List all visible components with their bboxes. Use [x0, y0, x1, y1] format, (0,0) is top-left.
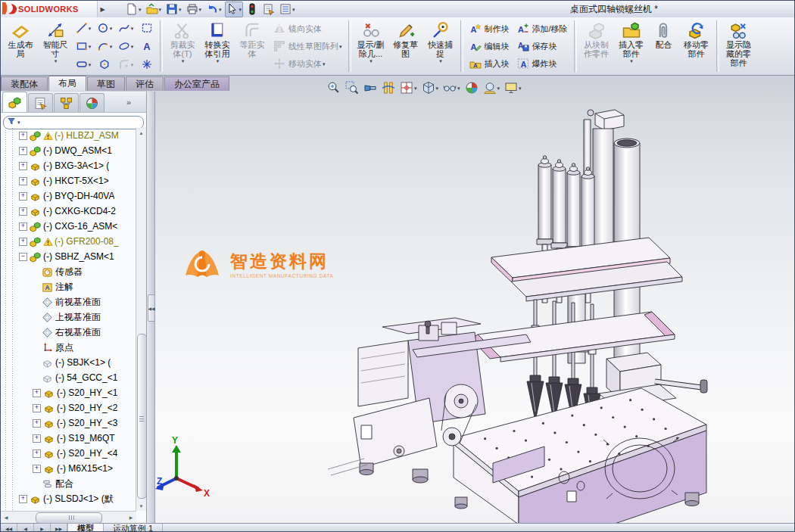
dropdown-caret-icon[interactable]: ▾	[131, 44, 134, 49]
command-tab-4[interactable]: 评估	[126, 76, 164, 91]
zoom-to-area-button[interactable]	[343, 79, 361, 96]
expand-icon[interactable]: +	[33, 389, 41, 397]
print-button[interactable]: ▾	[185, 2, 204, 17]
edit-appearance-button[interactable]	[463, 79, 481, 96]
last-frame-button[interactable]: ▶▶	[51, 524, 67, 532]
make-block-button[interactable]: A制作块	[466, 20, 513, 38]
expand-icon[interactable]: +	[19, 162, 27, 170]
explode-block-button[interactable]: A爆炸块	[513, 55, 572, 73]
dropdown-caret-icon[interactable]: ▾	[497, 86, 500, 91]
expand-icon[interactable]: +	[33, 419, 41, 428]
section-view-button[interactable]	[379, 79, 398, 96]
dropdown-caret-icon[interactable]: ▾	[89, 26, 92, 31]
insert-components-button[interactable]: 插入零部件▾	[614, 18, 649, 74]
expand-icon[interactable]: +	[19, 238, 27, 246]
tree-row[interactable]: 上视基准面	[1, 310, 136, 325]
open-button[interactable]: ▾	[145, 2, 164, 17]
sketch-point-button[interactable]	[136, 55, 157, 73]
insert-block-button[interactable]: A插入块	[466, 55, 513, 73]
dropdown-caret-icon[interactable]: ▾	[219, 7, 222, 12]
assembly-model[interactable]: Y X Z	[155, 76, 795, 523]
tree-row[interactable]: 配合	[1, 476, 136, 491]
repair-sketch-button[interactable]: 修复草图	[388, 18, 423, 74]
next-frame-button[interactable]: ▶	[34, 524, 51, 532]
expand-icon[interactable]: +	[33, 404, 41, 412]
smart-dimension-button[interactable]: 智能尺寸▾	[38, 18, 73, 74]
dropdown-caret-icon[interactable]: ▾	[217, 58, 220, 64]
apply-scene-button[interactable]: ▾	[481, 79, 503, 96]
sketch-circle-button[interactable]: ▾	[94, 19, 115, 37]
sketch-selection-box-button[interactable]	[136, 19, 157, 37]
sketch-arc-button[interactable]: ▾	[94, 37, 115, 55]
dropdown-caret-icon[interactable]: ▾	[131, 62, 134, 67]
mirror-entities-button[interactable]: 镜向实体	[270, 20, 346, 38]
sketch-slot-button[interactable]: ▾	[73, 55, 94, 73]
scroll-down-icon[interactable]: ▼	[136, 501, 146, 511]
scroll-left-icon[interactable]: ◀	[1, 512, 11, 523]
motion-study-tab[interactable]: 运动算例 1	[104, 524, 163, 532]
expand-icon[interactable]: +	[33, 434, 41, 443]
dropdown-caret-icon[interactable]: ▾	[323, 61, 326, 67]
tree-row[interactable]: +(-) M6X15<1>	[1, 461, 136, 476]
view-settings-button[interactable]: ▾	[502, 79, 524, 96]
sketch-ellipse-button[interactable]: ▾	[115, 37, 136, 55]
tree-row[interactable]: +(-) BYQ-DH-40VA	[1, 188, 136, 204]
tree-horizontal-scrollbar[interactable]: ◀ ▶	[1, 511, 136, 523]
first-frame-button[interactable]: ◀◀	[1, 524, 17, 532]
dropdown-caret-icon[interactable]: ▾	[110, 26, 113, 31]
add-remove-button[interactable]: A添加/移除	[513, 20, 572, 38]
save-block-button[interactable]: A保存块	[513, 38, 572, 55]
dropdown-caret-icon[interactable]: ▾	[89, 62, 92, 67]
command-tab-5[interactable]: 办公室产品	[164, 76, 229, 91]
tree-row[interactable]: A注解	[1, 279, 136, 294]
options-button[interactable]: ▾	[278, 2, 297, 17]
expand-icon[interactable]: +	[19, 192, 27, 201]
view-orientation-button[interactable]: ▾	[398, 79, 419, 96]
tree-filter-input[interactable]: ▾	[3, 116, 144, 129]
sketch-text-button[interactable]: A	[136, 37, 157, 55]
tree-row[interactable]: +(-) S19_M6QT	[1, 431, 136, 446]
tree-row[interactable]: +(-) HKCT-5X<1>	[1, 173, 136, 188]
dropdown-caret-icon[interactable]: ▾	[439, 58, 442, 64]
scroll-up-icon[interactable]: ▲	[136, 128, 146, 138]
dropdown-caret-icon[interactable]: ▾	[89, 44, 92, 49]
command-tab-3[interactable]: 草图	[87, 76, 125, 91]
dropdown-caret-icon[interactable]: ▾	[436, 86, 439, 91]
toolbar-flyout-button[interactable]: ▶	[98, 2, 108, 16]
file-properties-button[interactable]	[261, 2, 276, 17]
hide-show-items-button[interactable]: ▾	[441, 79, 463, 96]
vertical-scroll-thumb[interactable]	[137, 334, 147, 499]
tree-row[interactable]: +(-) S20_HY_<3	[1, 415, 136, 431]
tree-row[interactable]: 传感器	[1, 264, 136, 279]
tree-row[interactable]: +(-) SLSDJ<1> (默	[1, 491, 136, 506]
tree-row[interactable]: 右视基准面	[1, 325, 136, 340]
save-button[interactable]: ▾	[164, 2, 183, 17]
sketch-line-button[interactable]: ▾	[73, 19, 94, 37]
quick-snaps-button[interactable]: 快速捕捉▾	[423, 18, 458, 74]
sketch-fillet-button[interactable]: ▾	[115, 55, 136, 73]
tree-row[interactable]: +(-) CXG-16_ASM<	[1, 219, 136, 234]
tree-row[interactable]: 前视基准面	[1, 294, 136, 310]
show-hidden-components-button[interactable]: 显示隐藏的零部件	[722, 18, 756, 74]
horizontal-scroll-thumb[interactable]	[36, 512, 102, 524]
expand-icon[interactable]: +	[19, 207, 27, 216]
edit-block-button[interactable]: A编辑块	[466, 38, 513, 55]
dropdown-caret-icon[interactable]: ▾	[159, 7, 162, 12]
dropdown-caret-icon[interactable]: ▾	[110, 44, 113, 49]
move-entities-button[interactable]: 移动实体▾	[270, 55, 346, 73]
command-tab-2[interactable]: 布局	[48, 76, 86, 91]
dropdown-caret-icon[interactable]: ▾	[519, 86, 522, 91]
expand-icon[interactable]: +	[19, 495, 27, 503]
sketch-spline-button[interactable]: ▾	[115, 19, 136, 37]
model-tab[interactable]: 模型	[67, 524, 104, 532]
displaymanager-tab[interactable]	[80, 93, 104, 112]
command-tab-1[interactable]: 装配体	[1, 76, 48, 91]
panel-tabs-overflow[interactable]: »	[126, 98, 131, 107]
scroll-right-icon[interactable]: ▶	[126, 512, 136, 523]
tree-row[interactable]: +(-) S20_HY_<1	[1, 385, 136, 400]
expand-icon[interactable]: +	[19, 132, 27, 140]
dropdown-caret-icon[interactable]: ▾	[139, 7, 142, 12]
tree-row[interactable]: +(-) HLBZJ_ASM	[1, 128, 136, 143]
zoom-to-fit-button[interactable]	[325, 79, 343, 96]
tree-row[interactable]: +(-) S20_HY_<4	[1, 446, 136, 461]
